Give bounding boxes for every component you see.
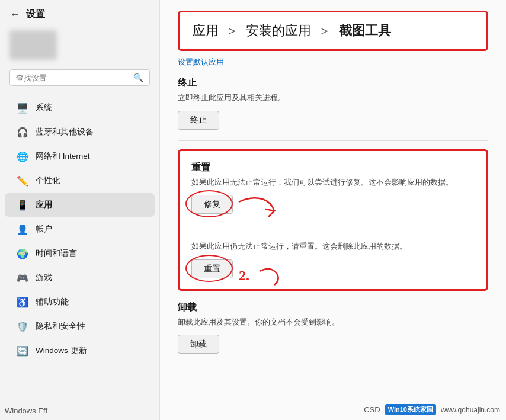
sidebar-item-network[interactable]: 🌐 网络和 Internet bbox=[5, 145, 155, 168]
sidebar-header: ← 设置 bbox=[0, 0, 159, 27]
repair-desc: 如果此应用无法正常运行，我们可以尝试进行修复。这不会影响应用的数据。 bbox=[191, 177, 475, 188]
nav-list: 🖥️ 系统 🎧 蓝牙和其他设备 🌐 网络和 Internet ✏️ 个性化 📱 … bbox=[0, 95, 159, 420]
sidebar: ← 设置 🔍 🖥️ 系统 🎧 蓝牙和其他设备 🌐 网络和 Internet ✏️… bbox=[0, 0, 160, 420]
svg-text:2.: 2. bbox=[239, 268, 249, 283]
sidebar-item-system[interactable]: 🖥️ 系统 bbox=[5, 96, 155, 120]
uninstall-desc: 卸载此应用及其设置。你的文档不会受到影响。 bbox=[178, 316, 488, 328]
main-content: 应用 ＞ 安装的应用 ＞ 截图工具 设置默认应用 终止 立即终止此应用及其相关进… bbox=[160, 0, 506, 420]
back-button[interactable]: ← bbox=[9, 8, 20, 21]
breadcrumb: 应用 ＞ 安装的应用 ＞ 截图工具 bbox=[193, 23, 391, 38]
sidebar-item-gaming[interactable]: 🎮 游戏 bbox=[5, 266, 155, 290]
sidebar-item-privacy[interactable]: 🛡️ 隐私和安全性 bbox=[5, 315, 155, 338]
update-icon: 🔄 bbox=[17, 345, 28, 357]
repair-btn-area: 修复 bbox=[191, 195, 233, 214]
reset-box: 重置 如果此应用无法正常运行，我们可以尝试进行修复。这不会影响应用的数据。 修复… bbox=[178, 149, 488, 291]
sidebar-item-time[interactable]: 🌍 时间和语言 bbox=[5, 242, 155, 265]
uninstall-title: 卸载 bbox=[178, 302, 488, 314]
sidebar-item-apps[interactable]: 📱 应用 bbox=[5, 193, 155, 217]
search-input[interactable] bbox=[16, 73, 130, 82]
sidebar-item-bluetooth[interactable]: 🎧 蓝牙和其他设备 bbox=[5, 120, 155, 144]
sidebar-item-accounts[interactable]: 👤 帐户 bbox=[5, 217, 155, 241]
accessibility-icon: ♿ bbox=[17, 296, 28, 308]
accounts-icon: 👤 bbox=[17, 223, 28, 235]
time-icon: 🌍 bbox=[17, 248, 28, 259]
terminate-section: 终止 立即终止此应用及其相关进程。 终止 bbox=[178, 77, 488, 130]
terminate-title: 终止 bbox=[178, 77, 488, 89]
inner-divider bbox=[191, 232, 475, 232]
reset-btn-area: 重置 2. bbox=[191, 259, 233, 278]
reset-desc: 如果此应用仍无法正常运行，请重置。这会删除此应用的数据。 bbox=[191, 241, 475, 252]
reset-button[interactable]: 重置 bbox=[191, 259, 233, 278]
personalize-icon: ✏️ bbox=[17, 175, 28, 187]
terminate-desc: 立即终止此应用及其相关进程。 bbox=[178, 92, 488, 104]
system-icon: 🖥️ bbox=[17, 102, 28, 114]
sketch-annotation-1 bbox=[236, 196, 277, 222]
site-url: www.qdhuajin.com bbox=[441, 406, 500, 414]
uninstall-button[interactable]: 卸载 bbox=[178, 335, 219, 354]
csd-label: CSD bbox=[364, 405, 380, 414]
sidebar-title: 设置 bbox=[26, 8, 45, 21]
bluetooth-icon: 🎧 bbox=[17, 126, 28, 138]
uninstall-section: 卸载 卸载此应用及其设置。你的文档不会受到影响。 卸载 bbox=[178, 302, 488, 354]
watermark-area: CSD Win10系统家园 www.qdhuajin.com bbox=[364, 404, 500, 415]
win10-logo: Win10系统家园 bbox=[385, 404, 436, 415]
avatar bbox=[9, 30, 57, 60]
search-icon: 🔍 bbox=[133, 73, 143, 82]
reset-section-title: 重置 bbox=[191, 162, 475, 174]
sidebar-item-personalize[interactable]: ✏️ 个性化 bbox=[5, 169, 155, 193]
sidebar-item-accessibility[interactable]: ♿ 辅助功能 bbox=[5, 290, 155, 314]
network-icon: 🌐 bbox=[17, 150, 28, 162]
gaming-icon: 🎮 bbox=[17, 272, 28, 284]
privacy-icon: 🛡️ bbox=[17, 320, 28, 332]
breadcrumb-box: 应用 ＞ 安装的应用 ＞ 截图工具 bbox=[178, 11, 488, 51]
apps-icon: 📱 bbox=[17, 199, 28, 211]
bottom-left-label: Windows Eff bbox=[5, 406, 47, 415]
search-box[interactable]: 🔍 bbox=[9, 69, 150, 86]
separator bbox=[178, 140, 488, 141]
sidebar-item-update[interactable]: 🔄 Windows 更新 bbox=[5, 339, 155, 363]
default-app-link[interactable]: 设置默认应用 bbox=[178, 57, 488, 68]
repair-button[interactable]: 修复 bbox=[191, 195, 233, 214]
terminate-button[interactable]: 终止 bbox=[178, 111, 219, 130]
sketch-annotation-2: 2. bbox=[239, 262, 286, 291]
